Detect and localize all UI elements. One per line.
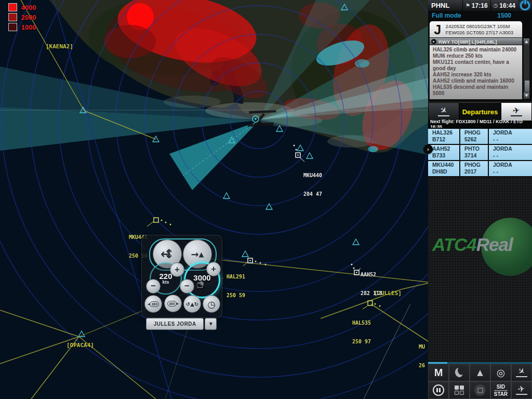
datablock-clipped[interactable]: MU 26	[419, 331, 428, 381]
row-extra: - -	[493, 136, 532, 143]
row-type: B712	[432, 136, 459, 143]
row-destination: PHOG	[464, 129, 488, 136]
atc4real-logo: ATC4Real	[432, 218, 528, 270]
legend-row: 1000	[8, 23, 36, 31]
datablock-HAL291[interactable]: HAL291 250 59	[227, 261, 245, 311]
datablock-MKU440[interactable]: MKU440 204 47	[303, 160, 322, 210]
dest-squawk-cell: PHOG 2017	[460, 161, 489, 176]
scroll-up-button[interactable]: ▲	[524, 38, 529, 45]
alt-speed-tag: 26	[419, 363, 428, 369]
speed-gauge-button[interactable]: ◷	[203, 295, 220, 313]
holding-pattern-button[interactable]: ↺▲↻	[183, 295, 201, 313]
radar-map[interactable]: 4000 2000 1000 [KAENA2] [OPACA4] [JULLES…	[0, 0, 428, 399]
power-button[interactable]	[518, 0, 532, 11]
scroll-down-button[interactable]: ▼	[524, 92, 529, 99]
triangle-icon: ▲	[477, 368, 483, 377]
alt-speed-tag: 282 118	[361, 290, 382, 297]
runway-bar[interactable]: ▸ RWY TO[08R] L[04R,08L]	[430, 38, 522, 45]
table-row[interactable]: AAH52 B733 PHTO 3714 JORDA - -	[428, 145, 532, 161]
legend-row: 4000	[8, 3, 36, 11]
mouse-cursor-icon: ☝	[196, 277, 203, 290]
route-cell: JORDA - -	[489, 129, 532, 144]
legend-swatch-4000	[8, 3, 17, 11]
tab-arrivals[interactable]: ✈	[428, 102, 459, 121]
speed-increase-button[interactable]: +	[170, 262, 184, 277]
atc-simulator-window: 4000 2000 1000 [KAENA2] [OPACA4] [JULLES…	[0, 0, 532, 399]
datablock-HAL535[interactable]: HAL535 250 97	[352, 308, 371, 357]
mode-label[interactable]: Full mode	[428, 12, 461, 19]
plane-takeoff-icon: ✈	[516, 385, 527, 395]
datablock-AAH52[interactable]: AAH52 282 118	[361, 259, 382, 309]
log-line: AAH52 increase 320 kts	[433, 72, 520, 78]
row-extra: - -	[493, 152, 532, 159]
legend-swatch-1000	[8, 23, 17, 31]
legend-label: 4000	[21, 4, 36, 11]
altitude-legend: 4000 2000 1000	[8, 3, 36, 33]
fix-label-opaca4: [OPACA4]	[66, 342, 94, 349]
logo-text: ATC4Real	[432, 234, 513, 255]
scrollbar-thumb[interactable]	[524, 80, 530, 92]
range-rings-button[interactable]: ◎	[490, 364, 511, 381]
altitude-decrease-button[interactable]: −	[180, 279, 194, 294]
row-type: B733	[432, 152, 459, 159]
airport-code: PHNL	[428, 2, 462, 9]
plane-landing-icon: ✈	[438, 105, 448, 115]
strips-grid-button[interactable]	[449, 381, 470, 399]
row-squawk: 3714	[464, 152, 488, 159]
atis-code: J	[430, 21, 446, 38]
log-line: MUI6 reduce 250 kts	[433, 53, 520, 59]
row-callsign: HAL326	[432, 129, 459, 136]
runway-line	[516, 394, 527, 395]
stop-button[interactable]	[470, 381, 490, 399]
plane-landing-icon: ✈	[516, 368, 527, 377]
altitude-increase-button[interactable]: +	[206, 262, 221, 276]
plane-glyph: ✈	[517, 385, 525, 393]
chevron-right-icon: ›	[427, 147, 429, 152]
target-rings-icon: ◎	[497, 367, 506, 378]
speed-unit: kts	[162, 280, 169, 285]
route-dropdown-value[interactable]: JULLES JORDA	[146, 318, 204, 330]
speed-decrease-button[interactable]: −	[146, 279, 161, 294]
dest-squawk-cell: PHTO 3714	[460, 145, 489, 160]
next-flight-bar: Next flight: FDX1800 / MD11 / KOAK / ETD…	[428, 121, 532, 128]
traffic-symbols-button[interactable]: ▲	[470, 364, 490, 381]
pause-button[interactable]	[428, 381, 449, 399]
sid-star-button[interactable]: SID STAR	[490, 381, 511, 399]
metar-line-1: 242053Z 08015G23KT 10SM	[446, 23, 522, 30]
loop-right-icon: ▸	[177, 301, 179, 306]
flight-strip-table: HAL326 B712 PHOG 5262 JORDA - - AAH52 B7…	[428, 128, 532, 177]
row-destination: PHOG	[464, 162, 488, 168]
pause-icon	[433, 384, 444, 396]
departures-filter-button[interactable]: ✈	[511, 381, 532, 399]
legend-label: 1000	[21, 23, 36, 31]
mode-row: Full mode 1500	[428, 11, 532, 20]
atis-row: J 242053Z 08015G23KT 10SM FEW026 SCT050 …	[430, 21, 522, 38]
callsign: AAH52	[361, 272, 382, 278]
map-mode-button[interactable]: M	[428, 364, 449, 381]
tab-departures[interactable]: ✈	[501, 102, 532, 121]
row-fix: JORDA	[493, 129, 532, 136]
arrivals-filter-button[interactable]: ✈	[511, 364, 532, 381]
log-line: MKU121 contact center, have a good day	[433, 59, 520, 72]
departure-time-cell: ⚑ 17:16	[462, 0, 490, 11]
log-scrollbar[interactable]: ▲ ▼	[523, 38, 530, 99]
row-squawk: 2017	[464, 168, 488, 175]
gauge-icon: ◷	[207, 299, 216, 310]
strip-expand-handle[interactable]: ›	[423, 144, 433, 154]
turn-right-360-button[interactable]: 360 ▸	[164, 295, 182, 312]
row-callsign: AAH52	[432, 145, 459, 152]
runway-line	[511, 115, 522, 116]
dropdown-arrow-button[interactable]: ▼	[205, 318, 217, 330]
turn-left-360-button[interactable]: ◂ 360	[144, 295, 162, 313]
minus-icon: −	[184, 281, 190, 291]
table-row[interactable]: HAL326 B712 PHOG 5262 JORDA - -	[428, 129, 532, 145]
legend-label: 2000	[21, 14, 36, 21]
table-row[interactable]: MKU440 DH8D PHOG 2017 JORDA - -	[428, 161, 532, 177]
chevron-down-icon: ▼	[209, 322, 212, 326]
map-mode-label: M	[434, 367, 443, 379]
power-icon	[520, 1, 530, 10]
weather-radar-button[interactable]	[449, 364, 470, 381]
speed-value: 220	[159, 272, 172, 280]
sid-star-label: SID STAR	[494, 384, 508, 397]
route-dropdown[interactable]: JULLES JORDA ▼	[146, 318, 217, 329]
